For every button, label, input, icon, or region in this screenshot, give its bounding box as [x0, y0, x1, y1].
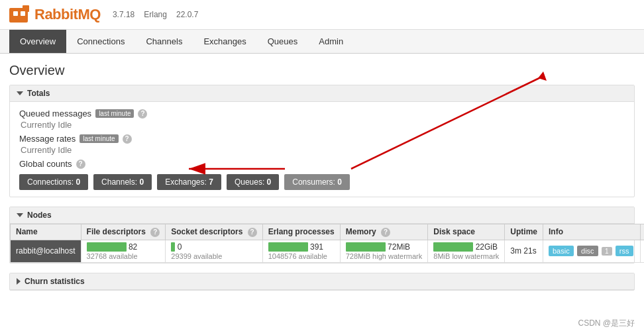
node-name: rabbit@localhost — [11, 240, 81, 263]
header: RabbitMQ 3.7.18 Erlang 22.0.7 — [0, 0, 644, 30]
message-rates-help-icon[interactable]: ? — [123, 134, 132, 144]
memory-cell: 72MiB 728MiB high watermark — [340, 240, 428, 263]
logo-text: RabbitMQ — [34, 6, 101, 23]
col-erlang-proc: Erlang processes — [262, 224, 340, 240]
nodes-section: Nodes Name File descriptors ? Socket des… — [9, 207, 635, 263]
info-rss-btn[interactable]: rss — [616, 246, 633, 256]
global-counts-label: Global counts — [19, 159, 72, 169]
info-basic-btn[interactable]: basic — [549, 246, 574, 256]
nodes-label: Nodes — [27, 211, 52, 220]
col-memory: Memory ? — [340, 224, 428, 240]
churn-label: Churn statistics — [25, 277, 85, 286]
disk-cell: 22GiB 8MiB low watermark — [428, 240, 505, 263]
global-counts-help-icon[interactable]: ? — [76, 160, 85, 169]
file-desc-available: 32768 available — [87, 252, 160, 260]
erlang-label: Erlang — [144, 10, 167, 19]
memory-value: 72MiB — [388, 242, 410, 252]
erlang-proc-value: 391 — [310, 242, 323, 252]
memory-help-icon[interactable]: ? — [381, 228, 390, 237]
socket-desc-bar — [171, 242, 175, 252]
file-desc-cell: 82 32768 available — [81, 240, 166, 263]
message-rates-label: Message rates — [19, 134, 76, 144]
page-title: Overview — [9, 63, 635, 78]
consumers-count-btn[interactable]: Consumers: 0 — [284, 174, 350, 190]
col-disk: Disk space — [428, 224, 505, 240]
erlang-proc-cell: 391 1048576 available — [262, 240, 340, 263]
queued-idle: Currently Idle — [19, 120, 625, 130]
nodes-section-header[interactable]: Nodes — [10, 207, 634, 224]
info-num-badge: 1 — [602, 247, 612, 256]
nav-admin[interactable]: Admin — [308, 30, 354, 53]
content: Overview Totals Queued messages last min… — [0, 54, 644, 309]
queues-count-btn[interactable]: Queues: 0 — [227, 174, 279, 190]
message-rates-badge[interactable]: last minute — [80, 134, 118, 143]
nav-connections[interactable]: Connections — [66, 30, 135, 53]
queued-messages-label: Queued messages — [19, 109, 91, 119]
col-file-desc: File descriptors ? — [81, 224, 166, 240]
uptime-cell: 3m 21s — [505, 240, 543, 263]
totals-body: Queued messages last minute ? Currently … — [10, 102, 634, 197]
totals-label: Totals — [27, 89, 50, 98]
info-cell: basic disc 1 rss — [543, 240, 641, 263]
churn-expand-icon — [17, 278, 21, 285]
message-rates-row: Message rates last minute ? — [19, 134, 625, 144]
totals-section: Totals Queued messages last minute ? Cur… — [9, 85, 635, 197]
svg-rect-3 — [21, 11, 25, 16]
memory-watermark: 728MiB high watermark — [346, 252, 423, 260]
socket-desc-cell: 0 29399 available — [166, 240, 262, 263]
file-desc-value: 82 — [129, 242, 137, 252]
logo: RabbitMQ — [9, 5, 101, 24]
erlang-version: 22.0.7 — [176, 10, 198, 19]
memory-bar — [346, 242, 386, 252]
nodes-table: Name File descriptors ? Socket descripto… — [10, 224, 644, 263]
totals-section-header[interactable]: Totals — [10, 85, 634, 102]
socket-desc-value: 0 — [178, 242, 182, 252]
disk-value: 22GiB — [476, 242, 498, 252]
version-info: 3.7.18 Erlang 22.0.7 — [113, 10, 198, 19]
logo-mq: MQ — [78, 6, 100, 23]
file-desc-help-icon[interactable]: ? — [150, 228, 160, 237]
col-reset: Reset — [640, 224, 644, 240]
socket-desc-available: 29399 available — [171, 252, 256, 260]
version-number: 3.7.18 — [113, 10, 134, 19]
socket-desc-help-icon[interactable]: ? — [248, 228, 257, 237]
logo-rabbit: Rabbit — [34, 6, 78, 23]
col-name: Name — [11, 224, 81, 240]
churn-section: Churn statistics — [9, 273, 635, 291]
queued-badge[interactable]: last minute — [95, 109, 134, 118]
churn-section-header[interactable]: Churn statistics — [10, 273, 634, 290]
nav-channels[interactable]: Channels — [135, 30, 193, 53]
exchanges-count-btn[interactable]: Exchanges: 7 — [157, 174, 221, 190]
nav-exchanges[interactable]: Exchanges — [193, 30, 256, 53]
nodes-collapse-icon — [17, 213, 23, 217]
col-info: Info — [543, 224, 641, 240]
queued-help-icon[interactable]: ? — [138, 109, 147, 119]
info-disc-btn[interactable]: disc — [577, 246, 598, 256]
svg-rect-1 — [23, 5, 29, 12]
svg-rect-2 — [13, 11, 18, 16]
disk-bar — [433, 242, 473, 252]
file-desc-bar — [87, 242, 127, 252]
table-row: rabbit@localhost 82 32768 available 0 29… — [11, 240, 645, 263]
nav-overview[interactable]: Overview — [9, 30, 66, 53]
nav-queues[interactable]: Queues — [257, 30, 309, 53]
reset-cell: This — [640, 240, 644, 263]
connections-count-btn[interactable]: Connections: 0 — [19, 174, 88, 190]
erlang-proc-bar — [268, 242, 308, 252]
nodes-body: Name File descriptors ? Socket descripto… — [10, 224, 634, 263]
global-counts-row: Global counts ? — [19, 159, 625, 169]
main-nav: Overview Connections Channels Exchanges … — [0, 30, 644, 54]
channels-count-btn[interactable]: Channels: 0 — [93, 174, 152, 190]
col-uptime: Uptime — [505, 224, 543, 240]
counts-row: Connections: 0 Channels: 0 Exchanges: 7 … — [19, 174, 625, 190]
totals-collapse-icon — [17, 91, 23, 95]
erlang-proc-available: 1048576 available — [268, 252, 335, 260]
col-socket-desc: Socket descriptors ? — [166, 224, 262, 240]
disk-watermark: 8MiB low watermark — [433, 252, 499, 260]
rabbitmq-logo-icon — [9, 5, 30, 24]
queued-messages-row: Queued messages last minute ? — [19, 109, 625, 119]
message-rates-idle: Currently Idle — [19, 145, 625, 155]
